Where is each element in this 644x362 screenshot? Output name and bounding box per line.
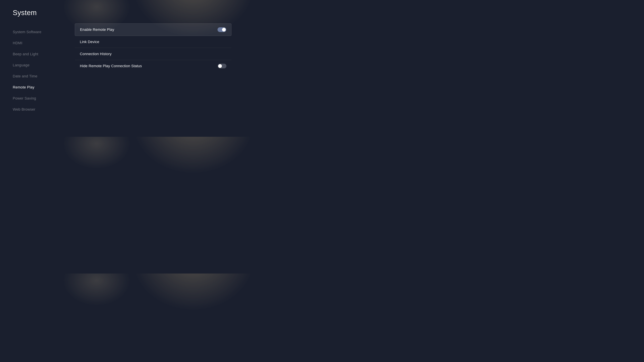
toggle-knob-enable-remote-play <box>222 28 226 31</box>
settings-list: Enable Remote PlayLink DeviceConnection … <box>75 23 232 72</box>
sidebar-item-hdmi[interactable]: HDMI <box>13 37 65 49</box>
toggle-enable-remote-play[interactable] <box>218 27 226 32</box>
settings-item-label-enable-remote-play: Enable Remote Play <box>80 27 114 32</box>
sidebar-item-date-and-time[interactable]: Date and Time <box>13 71 65 82</box>
settings-item-label-link-device: Link Device <box>80 40 99 44</box>
sidebar: System SoftwareHDMIBeep and LightLanguag… <box>13 22 65 130</box>
toggle-knob-hide-remote-play-connection-status <box>218 64 222 68</box>
sidebar-item-power-saving[interactable]: Power Saving <box>13 93 65 104</box>
settings-item-enable-remote-play[interactable]: Enable Remote Play <box>75 23 232 36</box>
settings-item-connection-history[interactable]: Connection History <box>75 48 232 60</box>
content-panel: Enable Remote PlayLink DeviceConnection … <box>75 22 232 130</box>
main-layout: System SoftwareHDMIBeep and LightLanguag… <box>13 22 232 130</box>
sidebar-item-remote-play[interactable]: Remote Play <box>13 82 65 93</box>
sidebar-item-language[interactable]: Language <box>13 60 65 71</box>
sidebar-item-beep-and-light[interactable]: Beep and Light <box>13 49 65 60</box>
settings-item-hide-remote-play-connection-status[interactable]: Hide Remote Play Connection Status <box>75 60 232 72</box>
sidebar-item-web-browser[interactable]: Web Browser <box>13 104 65 115</box>
settings-item-label-connection-history: Connection History <box>80 52 112 56</box>
page-title: System <box>13 9 37 17</box>
toggle-hide-remote-play-connection-status[interactable] <box>218 64 226 68</box>
sidebar-item-system-software[interactable]: System Software <box>13 26 65 37</box>
settings-item-link-device[interactable]: Link Device <box>75 36 232 48</box>
settings-item-label-hide-remote-play-connection-status: Hide Remote Play Connection Status <box>80 64 142 68</box>
